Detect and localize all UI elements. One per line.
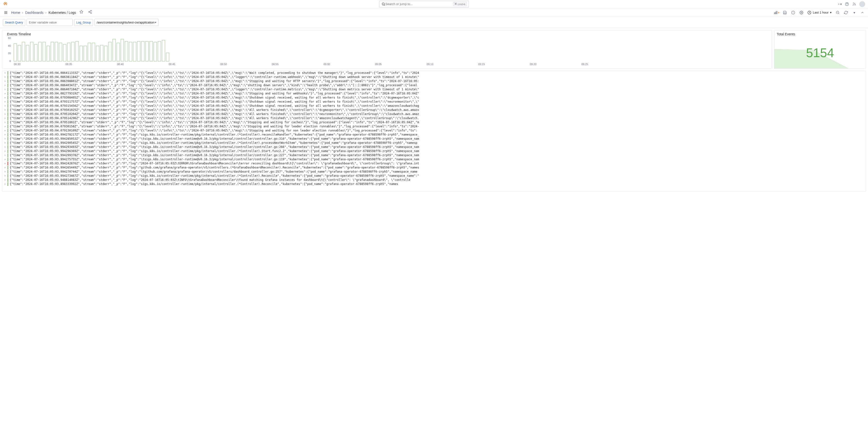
log-level-bar <box>7 88 8 91</box>
info-button[interactable] <box>789 9 797 16</box>
log-row[interactable]: ›{"time":"2024-07-16T16:05:04.079501025Z… <box>2 108 866 112</box>
help-icon[interactable] <box>845 2 849 6</box>
log-row[interactable]: ›{"time":"2024-07-16T16:05:03.994290545Z… <box>2 141 866 145</box>
save-button[interactable] <box>781 9 788 16</box>
log-row[interactable]: ›{"time":"2024-07-16T16:05:03.948814083Z… <box>2 178 866 182</box>
log-row[interactable]: ›{"time":"2024-07-16T16:05:04.07951802Z"… <box>2 120 866 124</box>
expand-icon[interactable]: › <box>4 100 7 104</box>
log-row[interactable]: ›{"time":"2024-07-16T16:05:04.079130109Z… <box>2 129 866 133</box>
expand-icon[interactable]: › <box>4 166 7 170</box>
nav-bar: Home › Dashboards › Kubernetes / Logs + … <box>0 8 868 17</box>
log-row[interactable]: ›{"time":"2024-07-16T16:05:04.07930158Z"… <box>2 124 866 129</box>
grafana-logo[interactable] <box>3 2 8 6</box>
time-picker[interactable]: Last 1 hour ▾ <box>806 10 833 15</box>
settings-button[interactable] <box>798 9 805 16</box>
expand-icon[interactable]: › <box>4 161 7 166</box>
log-row[interactable]: ›{"time":"2024-07-16T16:05:04.086381184Z… <box>2 75 866 79</box>
rss-icon[interactable] <box>852 2 857 6</box>
log-row[interactable]: ›{"time":"2024-07-16T16:05:04.082779319Z… <box>2 92 866 96</box>
var-search-input[interactable] <box>27 19 73 26</box>
expand-icon[interactable]: › <box>4 92 7 96</box>
log-row[interactable]: ›{"time":"2024-07-16T16:05:03.994299378Z… <box>2 153 866 157</box>
log-row[interactable]: ›{"time":"2024-07-16T16:05:04.079510204Z… <box>2 112 866 116</box>
collapse-button[interactable] <box>859 9 866 16</box>
expand-icon[interactable]: › <box>4 141 7 145</box>
var-loggroup-select[interactable]: /aws/containerinsights/test-cw/applicati… <box>94 19 159 26</box>
log-row[interactable]: ›{"time":"2024-07-16T16:05:03.994242876Z… <box>2 161 866 166</box>
expand-icon[interactable]: › <box>4 133 7 137</box>
panel-title: Total Events <box>774 30 866 37</box>
log-row[interactable]: ›{"time":"2024-07-16T16:05:04.079311757Z… <box>2 100 866 104</box>
log-row[interactable]: ›{"time":"2024-07-16T16:05:03.994273467Z… <box>2 174 866 178</box>
log-row[interactable]: ›{"time":"2024-07-16T16:05:03.994293493Z… <box>2 145 866 149</box>
log-row[interactable]: ›{"time":"2024-07-16T16:05:03.994285053Z… <box>2 137 866 141</box>
breadcrumb: Home › Dashboards › Kubernetes / Logs <box>11 10 773 15</box>
log-row[interactable]: ›{"time":"2024-07-16T16:05:04.079308405Z… <box>2 96 866 100</box>
expand-icon[interactable]: › <box>4 87 7 92</box>
expand-icon[interactable]: › <box>4 129 7 133</box>
expand-icon[interactable]: › <box>4 112 7 116</box>
log-text: {"time":"2024-07-16T16:05:03.994293493Z"… <box>10 145 864 149</box>
log-text: {"time":"2024-07-16T16:05:04.079308405Z"… <box>10 96 864 100</box>
expand-icon[interactable]: › <box>4 149 7 153</box>
timeline-chart[interactable]: 020406008:3008:3508:4008:4508:5008:5509:… <box>5 37 769 66</box>
log-row[interactable]: ›{"time":"2024-07-16T16:05:03.994265449Z… <box>2 166 866 170</box>
log-text: {"time":"2024-07-16T16:05:03.994265449Z"… <box>10 166 864 170</box>
breadcrumb-dashboards[interactable]: Dashboards <box>25 11 43 14</box>
log-row[interactable]: ›{"time":"2024-07-16T16:05:04.086398801Z… <box>2 79 866 83</box>
log-row[interactable]: ›{"time":"2024-07-16T16:05:04.08640347Z"… <box>2 83 866 87</box>
user-avatar[interactable] <box>859 1 865 7</box>
expand-icon[interactable]: › <box>4 120 7 124</box>
log-row[interactable]: ›{"time":"2024-07-16T16:05:03.898333992Z… <box>2 182 866 186</box>
expand-icon[interactable]: › <box>4 71 7 75</box>
svg-text:09:10: 09:10 <box>427 63 434 66</box>
log-row[interactable]: ›{"time":"2024-07-16T16:05:04.086407104Z… <box>2 87 866 92</box>
search-input[interactable] <box>385 2 453 6</box>
expand-icon[interactable]: › <box>4 137 7 141</box>
refresh-interval[interactable]: ▾ <box>850 9 858 16</box>
refresh-button[interactable] <box>842 9 849 16</box>
expand-icon[interactable]: › <box>4 108 7 112</box>
log-row[interactable]: ›{"time":"2024-07-16T16:05:03.994296369Z… <box>2 149 866 153</box>
expand-icon[interactable]: › <box>4 83 7 87</box>
expand-icon[interactable]: › <box>4 116 7 120</box>
expand-icon[interactable]: › <box>4 79 7 83</box>
expand-icon[interactable]: › <box>4 145 7 149</box>
expand-icon[interactable]: › <box>4 153 7 157</box>
expand-icon[interactable]: › <box>4 157 7 161</box>
add-button[interactable]: ▾ <box>837 2 842 6</box>
svg-text:08:30: 08:30 <box>14 63 21 66</box>
log-text: {"time":"2024-07-16T16:05:04.079315456Z"… <box>10 104 864 108</box>
svg-text:60: 60 <box>8 37 11 39</box>
log-row[interactable]: ›{"time":"2024-07-16T16:05:04.079315456Z… <box>2 104 866 108</box>
expand-icon[interactable]: › <box>4 75 7 79</box>
svg-rect-61 <box>133 42 136 61</box>
clock-icon <box>807 11 811 14</box>
log-row[interactable]: ›{"time":"2024-07-16T16:05:03.994278217Z… <box>2 133 866 137</box>
log-level-bar <box>7 137 8 141</box>
log-text: {"time":"2024-07-16T16:05:04.086407104Z"… <box>10 87 864 92</box>
expand-icon[interactable]: › <box>4 170 7 174</box>
global-search[interactable]: ⌘ cmd+k <box>379 1 469 7</box>
add-panel-button[interactable]: + <box>773 9 780 16</box>
zoom-out-button[interactable] <box>834 9 841 16</box>
total-events-panel: Total Events 5154 <box>774 30 866 69</box>
expand-icon[interactable]: › <box>4 178 7 182</box>
log-text: {"time":"2024-07-16T16:05:03.994270744Z"… <box>10 170 864 174</box>
log-text: {"time":"2024-07-16T16:05:04.086381184Z"… <box>10 75 864 79</box>
share-button[interactable] <box>88 10 93 15</box>
log-row[interactable]: ›{"time":"2024-07-16T16:05:03.994270744Z… <box>2 170 866 174</box>
menu-button[interactable] <box>3 10 9 15</box>
expand-icon[interactable]: › <box>4 104 7 108</box>
breadcrumb-home[interactable]: Home <box>11 11 20 14</box>
star-button[interactable] <box>80 10 85 15</box>
log-row[interactable]: ›{"time":"2024-07-16T16:05:04.086411333Z… <box>2 71 866 75</box>
log-row[interactable]: ›{"time":"2024-07-16T16:05:04.079514296Z… <box>2 116 866 120</box>
svg-rect-40 <box>47 46 50 61</box>
expand-icon[interactable]: › <box>4 96 7 100</box>
log-row[interactable]: ›{"time":"2024-07-16T16:05:03.994275755Z… <box>2 157 866 161</box>
svg-rect-54 <box>104 46 107 61</box>
expand-icon[interactable]: › <box>4 182 7 186</box>
expand-icon[interactable]: › <box>4 174 7 178</box>
expand-icon[interactable]: › <box>4 124 7 129</box>
